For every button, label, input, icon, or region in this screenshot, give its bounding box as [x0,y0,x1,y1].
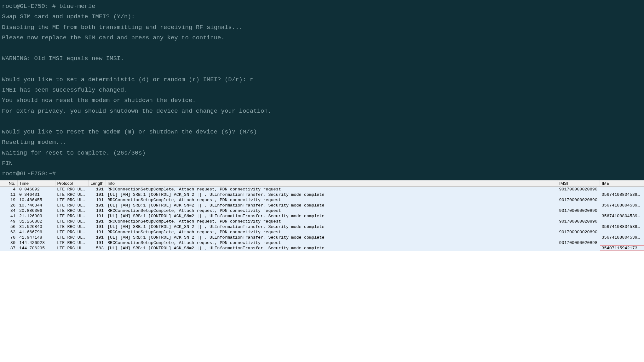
packet-table-container[interactable]: No. Time Protocol Length Info IMSI IMEI … [0,180,644,362]
packet-row[interactable]: 87144.706295LTE RRC UL…583 [UL] [AM] SRB… [0,246,644,251]
packet-cell-length: 191 [88,240,106,246]
packet-cell-time: 41.947148 [17,235,55,240]
packet-cell-no: 41 [0,213,17,219]
packet-row[interactable]: 3420.886306LTE RRC UL…191RRCConnectionSe… [0,208,644,213]
packet-cell-no: 56 [0,224,17,229]
packet-cell-imei [600,219,644,224]
terminal-line: Would you like to set a deterministic (d… [2,75,642,85]
packet-cell-time: 20.886306 [17,208,55,213]
packet-cell-imsi: 901700000020890 [557,197,600,203]
packet-row[interactable]: 5631.526840LTE RRC UL…191 [UL] [AM] SRB:… [0,224,644,229]
packet-cell-length: 191 [88,235,106,240]
packet-cell-protocol: LTE RRC UL… [55,240,88,246]
packet-cell-length: 191 [88,208,106,213]
packet-table-header-row[interactable]: No. Time Protocol Length Info IMSI IMEI [0,180,644,187]
col-header-imsi[interactable]: IMSI [557,180,600,187]
terminal-output[interactable]: root@GL-E750:~# blue-merleSwap SIM card … [0,0,644,180]
packet-cell-length: 191 [88,187,106,192]
packet-cell-imei [600,208,644,213]
packet-cell-info: [UL] [AM] SRB:1 [CONTROL] ACK_SN=2 || , … [106,246,557,251]
col-header-no[interactable]: No. [0,180,17,187]
packet-cell-imsi: 901700000020890 [557,187,600,192]
packet-cell-imei [600,229,644,235]
col-header-time[interactable]: Time [17,180,55,187]
terminal-line: Please now replace the SIM card and pres… [2,33,642,43]
packet-cell-imei [600,197,644,203]
packet-cell-info: RRCConnectionSetupComplete, Attach reque… [106,229,557,235]
packet-row[interactable]: 6341.666796LTE RRC UL…191RRCConnectionSe… [0,229,644,235]
packet-cell-protocol: LTE RRC UL… [55,208,88,213]
packet-cell-no: 80 [0,240,17,246]
col-header-protocol[interactable]: Protocol [55,180,88,187]
terminal-line [2,116,642,127]
terminal-line: Swap SIM card and update IMEI? (Y/n): [2,12,642,22]
packet-cell-imei [600,187,644,192]
packet-cell-imsi: 901700000020890 [557,229,600,235]
terminal-line: IMEI has been successfully changed. [2,85,642,95]
packet-cell-imei: 3567410880453908 [600,213,644,219]
packet-cell-no: 63 [0,229,17,235]
packet-cell-imsi [557,246,600,251]
packet-cell-no: 87 [0,246,17,251]
terminal-line: Disabling the ME from both transmitting … [2,22,642,33]
packet-cell-no: 49 [0,219,17,224]
packet-cell-imei: 3567410880453908 [600,203,644,208]
packet-table[interactable]: No. Time Protocol Length Info IMSI IMEI … [0,180,644,251]
packet-cell-no: 26 [0,203,17,208]
packet-cell-info: RRCConnectionSetupComplete, Attach reque… [106,187,557,192]
packet-row[interactable]: 4121.126909LTE RRC UL…191 [UL] [AM] SRB:… [0,213,644,219]
packet-cell-length: 191 [88,229,106,235]
packet-row[interactable]: 110.346431LTE RRC UL…191 [UL] [AM] SRB:1… [0,192,644,197]
packet-cell-time: 10.486455 [17,197,55,203]
packet-cell-imei [600,240,644,246]
packet-cell-protocol: LTE RRC UL… [55,197,88,203]
packet-cell-time: 31.526840 [17,224,55,229]
packet-cell-protocol: LTE RRC UL… [55,219,88,224]
packet-cell-no: 19 [0,197,17,203]
packet-cell-info: [UL] [AM] SRB:1 [CONTROL] ACK_SN=2 || , … [106,213,557,219]
packet-cell-protocol: LTE RRC UL… [55,235,88,240]
packet-cell-time: 0.046892 [17,187,55,192]
packet-cell-time: 41.666796 [17,229,55,235]
col-header-length[interactable]: Length [88,180,106,187]
packet-cell-no: 70 [0,235,17,240]
packet-cell-info: RRCConnectionSetupComplete, Attach reque… [106,219,557,224]
packet-row[interactable]: 2610.746344LTE RRC UL…191 [UL] [AM] SRB:… [0,203,644,208]
packet-cell-imsi: 901700000020898 [557,240,600,246]
packet-cell-length: 191 [88,219,106,224]
packet-cell-time: 10.746344 [17,203,55,208]
packet-cell-length: 191 [88,213,106,219]
packet-row[interactable]: 1910.486455LTE RRC UL…191RRCConnectionSe… [0,197,644,203]
packet-cell-imsi [557,213,600,219]
packet-row[interactable]: 7041.947148LTE RRC UL…191 [UL] [AM] SRB:… [0,235,644,240]
packet-table-body: 40.046892LTE RRC UL…191RRCConnectionSetu… [0,187,644,251]
packet-cell-protocol: LTE RRC UL… [55,203,88,208]
packet-cell-time: 21.126909 [17,213,55,219]
packet-cell-no: 11 [0,192,17,197]
packet-cell-protocol: LTE RRC UL… [55,224,88,229]
packet-cell-time: 31.266882 [17,219,55,224]
packet-cell-time: 0.346431 [17,192,55,197]
packet-cell-length: 583 [88,246,106,251]
packet-cell-info: RRCConnectionSetupComplete, Attach reque… [106,197,557,203]
terminal-line: For extra privacy, you should shutdown t… [2,106,642,116]
packet-cell-imsi [557,203,600,208]
packet-cell-imsi [557,235,600,240]
terminal-line: root@GL-E750:~# blue-merle [2,1,642,12]
packet-cell-info: RRCConnectionSetupComplete, Attach reque… [106,240,557,246]
packet-cell-time: 144.706295 [17,246,55,251]
packet-cell-length: 191 [88,203,106,208]
packet-row[interactable]: 40.046892LTE RRC UL…191RRCConnectionSetu… [0,187,644,192]
packet-cell-protocol: LTE RRC UL… [55,187,88,192]
packet-cell-imei: 3567410880453908 [600,192,644,197]
col-header-info[interactable]: Info [106,180,557,187]
packet-cell-imsi [557,224,600,229]
packet-cell-protocol: LTE RRC UL… [55,246,88,251]
terminal-line: root@GL-E750:~# [2,169,642,179]
packet-cell-imsi: 901700000020890 [557,219,600,224]
packet-row[interactable]: 80144.426928LTE RRC UL…191RRCConnectionS… [0,240,644,246]
col-header-imei[interactable]: IMEI [600,180,644,187]
terminal-line [2,64,642,75]
packet-row[interactable]: 4931.266882LTE RRC UL…191RRCConnectionSe… [0,219,644,224]
packet-cell-length: 191 [88,192,106,197]
